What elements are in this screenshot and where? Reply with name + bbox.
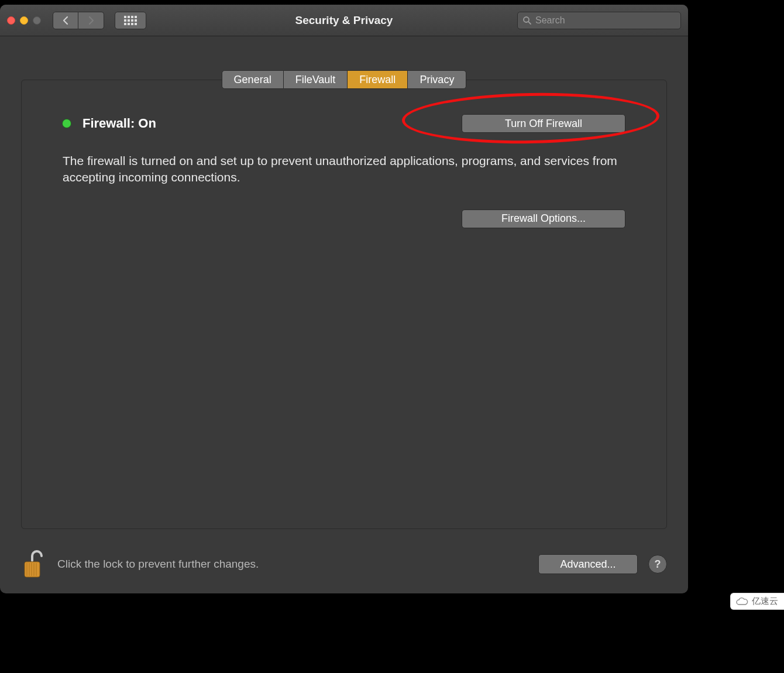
search-input[interactable]	[535, 15, 676, 26]
forward-button[interactable]	[78, 12, 104, 29]
search-icon	[522, 16, 532, 25]
nav-buttons	[53, 12, 104, 29]
help-button[interactable]: ?	[648, 555, 667, 574]
firewall-description: The firewall is turned on and set up to …	[63, 153, 624, 186]
cloud-icon	[735, 597, 748, 606]
firewall-options-button[interactable]: Firewall Options...	[462, 210, 625, 228]
lock-hint-text: Click the lock to prevent further change…	[57, 558, 259, 571]
footer: Click the lock to prevent further change…	[0, 535, 688, 593]
tab-filevault[interactable]: FileVault	[284, 70, 348, 89]
status-indicator-icon	[63, 119, 71, 128]
tab-general[interactable]: General	[222, 70, 284, 89]
titlebar: Security & Privacy	[0, 5, 688, 36]
window-title: Security & Privacy	[295, 14, 393, 27]
watermark-text: 亿速云	[752, 596, 778, 607]
zoom-window-button	[33, 16, 41, 25]
tab-bar: General FileVault Firewall Privacy	[0, 70, 688, 89]
lock-open-icon[interactable]	[21, 548, 47, 581]
window-controls	[7, 16, 41, 25]
svg-line-1	[528, 22, 531, 24]
back-button[interactable]	[53, 12, 78, 29]
grid-icon	[124, 16, 137, 25]
tab-firewall[interactable]: Firewall	[348, 70, 408, 89]
preferences-window: Security & Privacy General FileVault Fir…	[0, 5, 688, 593]
search-field[interactable]	[517, 12, 681, 29]
chevron-left-icon	[62, 16, 69, 25]
firewall-status-row: Firewall: On Turn Off Firewall	[63, 114, 625, 133]
watermark: 亿速云	[730, 593, 784, 610]
close-window-button[interactable]	[7, 16, 15, 25]
show-all-button[interactable]	[115, 12, 146, 29]
firewall-status-label: Firewall: On	[82, 116, 156, 131]
minimize-window-button[interactable]	[20, 16, 28, 25]
tab-privacy[interactable]: Privacy	[408, 70, 466, 89]
firewall-panel: Firewall: On Turn Off Firewall The firew…	[21, 80, 667, 529]
chevron-right-icon	[88, 16, 95, 25]
advanced-button[interactable]: Advanced...	[538, 554, 638, 574]
turn-off-firewall-button[interactable]: Turn Off Firewall	[462, 114, 625, 133]
